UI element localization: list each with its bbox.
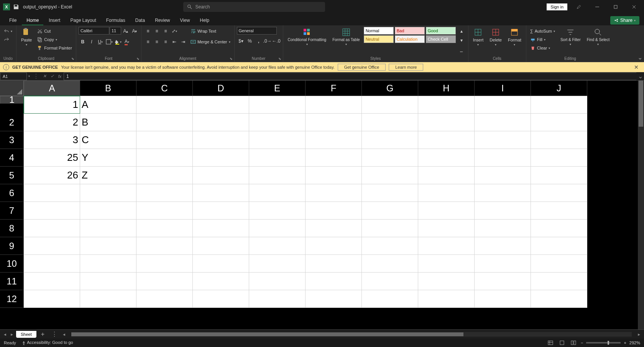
close-button[interactable] — [627, 2, 641, 12]
zoom-slider[interactable] — [586, 342, 621, 344]
cell[interactable] — [418, 96, 475, 114]
share-button[interactable]: Share▾ — [610, 16, 639, 25]
cell[interactable] — [531, 184, 587, 202]
cell[interactable] — [193, 290, 249, 308]
cell[interactable] — [136, 167, 193, 184]
delete-cells-button[interactable]: Delete▾ — [487, 27, 504, 47]
row-header[interactable]: 4 — [0, 149, 24, 167]
increase-decimal-button[interactable]: .0→ — [263, 37, 272, 45]
wrap-text-button[interactable]: Wrap Text — [189, 27, 232, 35]
row-header[interactable]: 8 — [0, 220, 24, 237]
tab-file[interactable]: File — [5, 15, 21, 25]
cell[interactable] — [475, 273, 531, 290]
cell[interactable]: C — [80, 131, 136, 149]
autosum-button[interactable]: ∑AutoSum▾ — [529, 27, 557, 35]
cell[interactable] — [475, 237, 531, 255]
cell[interactable] — [531, 131, 587, 149]
style-normal[interactable]: Normal — [364, 27, 394, 35]
cell[interactable] — [362, 149, 418, 167]
merge-center-button[interactable]: Merge & Center▾ — [189, 38, 232, 46]
cell[interactable] — [362, 184, 418, 202]
cell[interactable] — [193, 220, 249, 237]
cell[interactable]: 2 — [24, 114, 80, 131]
conditional-formatting-button[interactable]: Conditional Formatting▾ — [286, 27, 329, 47]
tab-page-layout[interactable]: Page Layout — [66, 15, 100, 25]
undo-button[interactable]: ▾ — [2, 27, 14, 35]
column-header[interactable]: D — [193, 81, 249, 96]
tab-data[interactable]: Data — [131, 15, 150, 25]
select-all-corner[interactable] — [0, 81, 24, 96]
status-accessibility[interactable]: Accessibility: Good to go — [21, 340, 73, 345]
page-break-view-button[interactable] — [569, 339, 578, 346]
alignment-dialog-launcher[interactable]: ⬊ — [229, 56, 233, 61]
clipboard-dialog-launcher[interactable]: ⬊ — [71, 56, 75, 61]
row-header[interactable]: 10 — [0, 255, 24, 273]
sheet-nav-next[interactable]: ▸ — [9, 332, 15, 337]
cell[interactable] — [531, 237, 587, 255]
percent-button[interactable]: % — [246, 37, 254, 45]
style-good[interactable]: Good — [426, 27, 456, 35]
cell[interactable] — [136, 237, 193, 255]
cell[interactable] — [475, 202, 531, 220]
accounting-button[interactable]: $▾ — [237, 37, 245, 45]
cell[interactable] — [136, 131, 193, 149]
cell[interactable] — [362, 114, 418, 131]
tab-insert[interactable]: Insert — [44, 15, 65, 25]
tab-view[interactable]: View — [176, 15, 195, 25]
cell[interactable] — [136, 255, 193, 273]
number-dialog-launcher[interactable]: ⬊ — [278, 56, 282, 61]
grid[interactable]: ABCDEFGHIJ11A22B33C425Y526Z6789101112 — [0, 81, 644, 329]
cell[interactable] — [193, 237, 249, 255]
cell[interactable] — [418, 131, 475, 149]
cell[interactable] — [24, 290, 80, 308]
learn-more-button[interactable]: Learn more — [389, 64, 423, 71]
row-header[interactable]: 12 — [0, 290, 24, 308]
align-bottom-button[interactable]: ≡ — [161, 27, 170, 35]
cell[interactable] — [80, 184, 136, 202]
pen-icon[interactable] — [572, 2, 586, 12]
cell[interactable] — [362, 220, 418, 237]
cell[interactable] — [80, 202, 136, 220]
tab-help[interactable]: Help — [195, 15, 214, 25]
column-header[interactable]: I — [475, 81, 531, 96]
cell[interactable] — [193, 184, 249, 202]
cell[interactable] — [24, 273, 80, 290]
cell[interactable] — [475, 96, 531, 114]
styles-scroll-down[interactable]: ▾ — [457, 36, 466, 45]
cell[interactable] — [531, 114, 587, 131]
column-header[interactable]: E — [249, 81, 306, 96]
cell[interactable] — [80, 237, 136, 255]
cell[interactable]: 1 — [24, 96, 80, 114]
tab-home[interactable]: Home — [22, 15, 43, 25]
column-header[interactable]: F — [306, 81, 362, 96]
cell[interactable] — [531, 149, 587, 167]
styles-scroll-up[interactable]: ▴ — [457, 27, 466, 35]
cell[interactable] — [418, 167, 475, 184]
cell[interactable] — [475, 290, 531, 308]
insert-cells-button[interactable]: Insert▾ — [471, 27, 486, 47]
cell[interactable] — [418, 220, 475, 237]
number-format-select[interactable] — [237, 27, 277, 35]
hscroll-left[interactable]: ◂ — [61, 332, 67, 337]
sign-in-button[interactable]: Sign in — [547, 3, 567, 10]
cell[interactable] — [136, 114, 193, 131]
sheet-tab-menu[interactable]: ⋮ — [49, 330, 60, 338]
cell[interactable] — [249, 131, 306, 149]
horizontal-scrollbar[interactable] — [71, 332, 632, 337]
orientation-button[interactable]: ⤢▾ — [170, 27, 179, 35]
font-dialog-launcher[interactable]: ⬊ — [136, 56, 140, 61]
cell[interactable] — [362, 290, 418, 308]
cell[interactable]: A — [80, 96, 136, 114]
cell[interactable] — [475, 149, 531, 167]
cell[interactable] — [136, 290, 193, 308]
cell[interactable] — [193, 96, 249, 114]
cell[interactable] — [136, 184, 193, 202]
normal-view-button[interactable] — [546, 339, 555, 346]
cell[interactable] — [362, 167, 418, 184]
cell[interactable] — [306, 167, 362, 184]
cell[interactable] — [136, 202, 193, 220]
cell[interactable] — [136, 220, 193, 237]
cell[interactable] — [531, 96, 587, 114]
cell[interactable]: Z — [80, 167, 136, 184]
cell[interactable] — [193, 167, 249, 184]
